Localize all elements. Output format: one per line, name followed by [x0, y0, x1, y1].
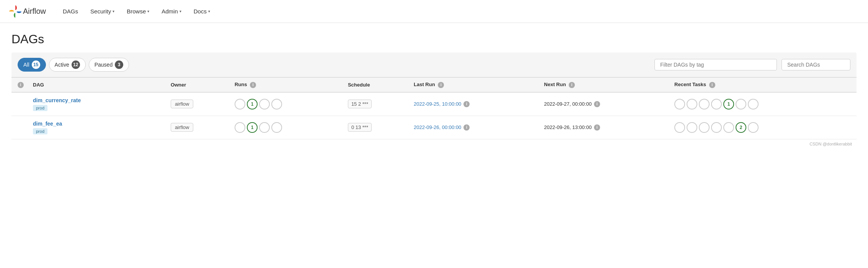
- filter-bar: All 15 Active 12 Paused 3: [11, 52, 857, 77]
- main-content: All 15 Active 12 Paused 3 i DAG: [0, 52, 868, 149]
- airflow-logo: [8, 4, 23, 19]
- col-dag: DAG: [28, 78, 166, 92]
- dag-col-info-icon[interactable]: i: [18, 82, 24, 88]
- task-circle: [687, 99, 697, 109]
- nav-menu: DAGs Security ▾ Browse ▾ Admin ▾ Docs ▾: [57, 5, 215, 18]
- page-title-section: DAGs: [0, 23, 868, 52]
- brand[interactable]: Airflow: [8, 4, 46, 19]
- nextrun-col-info-icon[interactable]: i: [569, 82, 575, 88]
- security-chevron-icon: ▾: [113, 9, 114, 13]
- brand-title: Airflow: [23, 7, 46, 16]
- task-circle: [687, 122, 697, 133]
- table-row: dim_currency_rate prodairflow115 2 *** 2…: [11, 92, 857, 116]
- last-run-cell: 2022-09-26, 00:00:00 i: [414, 124, 535, 131]
- next-run-info-icon[interactable]: i: [594, 101, 600, 107]
- run-circle: [235, 122, 245, 133]
- tab-paused[interactable]: Paused 3: [89, 58, 129, 72]
- dag-tag: prod: [33, 128, 47, 134]
- task-circle: 2: [736, 122, 746, 133]
- runs-circles: 1: [235, 99, 339, 109]
- dag-tag: prod: [33, 105, 47, 111]
- col-owner: Owner: [166, 78, 230, 92]
- task-circle: [736, 99, 746, 109]
- col-last-run: Last Run i: [409, 78, 540, 92]
- col-schedule: Schedule: [343, 78, 409, 92]
- owner-badge: airflow: [171, 123, 194, 132]
- schedule-badge: 15 2 ***: [348, 100, 372, 108]
- table-row: dim_fee_ea prodairflow10 13 *** 2022-09-…: [11, 116, 857, 139]
- task-circle: [723, 122, 734, 133]
- paused-badge: 3: [115, 60, 123, 69]
- col-recent-tasks: Recent Tasks i: [670, 78, 857, 92]
- next-run-info-icon[interactable]: i: [594, 124, 600, 131]
- run-circle: [271, 122, 282, 133]
- task-circle: [674, 122, 685, 133]
- nav-dags[interactable]: DAGs: [57, 5, 83, 18]
- navbar: Airflow DAGs Security ▾ Browse ▾ Admin ▾…: [0, 0, 868, 23]
- next-run-cell: 2022-09-27, 00:00:00 i: [544, 101, 666, 107]
- lastrun-col-info-icon[interactable]: i: [438, 82, 444, 88]
- svg-point-0: [14, 10, 17, 13]
- last-run-cell: 2022-09-25, 10:00:00 i: [414, 101, 535, 107]
- dag-name-link[interactable]: dim_currency_rate: [33, 97, 162, 103]
- recenttasks-col-info-icon[interactable]: i: [709, 82, 715, 88]
- recent-tasks: 2: [674, 122, 852, 133]
- runs-col-info-icon[interactable]: i: [250, 82, 256, 88]
- nav-docs[interactable]: Docs ▾: [188, 5, 215, 18]
- next-run-date: 2022-09-27, 00:00:00: [544, 101, 592, 107]
- dag-name-link[interactable]: dim_fee_ea: [33, 121, 162, 127]
- watermark: CSDN @dontlikerabbit: [11, 139, 857, 149]
- tab-all[interactable]: All 15: [18, 58, 46, 72]
- task-circle: [748, 99, 759, 109]
- task-circle: 1: [723, 99, 734, 109]
- tag-filter-input[interactable]: [654, 59, 777, 70]
- recent-tasks: 1: [674, 99, 852, 109]
- docs-chevron-icon: ▾: [208, 9, 210, 13]
- next-run-cell: 2022-09-26, 13:00:00 i: [544, 124, 666, 131]
- task-circle: [699, 99, 710, 109]
- run-circle: [271, 99, 282, 109]
- owner-badge: airflow: [171, 100, 194, 108]
- run-circle: 1: [247, 99, 258, 109]
- task-circle: [711, 122, 722, 133]
- last-run-info-icon[interactable]: i: [463, 101, 470, 107]
- last-run-date: 2022-09-25, 10:00:00: [414, 101, 461, 107]
- task-circle: [699, 122, 710, 133]
- last-run-info-icon[interactable]: i: [463, 124, 470, 131]
- run-circle: 1: [247, 122, 258, 133]
- page-title: DAGs: [11, 32, 857, 46]
- search-dags-input[interactable]: [782, 59, 850, 70]
- run-circle: [259, 122, 270, 133]
- col-next-run: Next Run i: [540, 78, 670, 92]
- schedule-badge: 0 13 ***: [348, 123, 372, 132]
- runs-circles: 1: [235, 122, 339, 133]
- task-circle: [674, 99, 685, 109]
- filter-tabs: All 15 Active 12 Paused 3: [18, 58, 129, 72]
- nav-security[interactable]: Security ▾: [85, 5, 120, 18]
- task-circle: [748, 122, 759, 133]
- task-circle: [711, 99, 722, 109]
- next-run-date: 2022-09-26, 13:00:00: [544, 124, 592, 130]
- run-circle: [259, 99, 270, 109]
- tab-active[interactable]: Active 12: [49, 58, 86, 72]
- table-header-row: i DAG Owner Runs i Schedule Last Run i: [11, 78, 857, 92]
- nav-admin[interactable]: Admin ▾: [156, 5, 187, 18]
- dags-table: i DAG Owner Runs i Schedule Last Run i: [11, 77, 857, 139]
- last-run-date: 2022-09-26, 00:00:00: [414, 124, 461, 130]
- nav-browse[interactable]: Browse ▾: [121, 5, 155, 18]
- active-badge: 12: [72, 60, 80, 69]
- all-badge: 15: [32, 60, 40, 69]
- col-runs: Runs i: [230, 78, 343, 92]
- browse-chevron-icon: ▾: [147, 9, 149, 13]
- admin-chevron-icon: ▾: [179, 9, 181, 13]
- run-circle: [235, 99, 245, 109]
